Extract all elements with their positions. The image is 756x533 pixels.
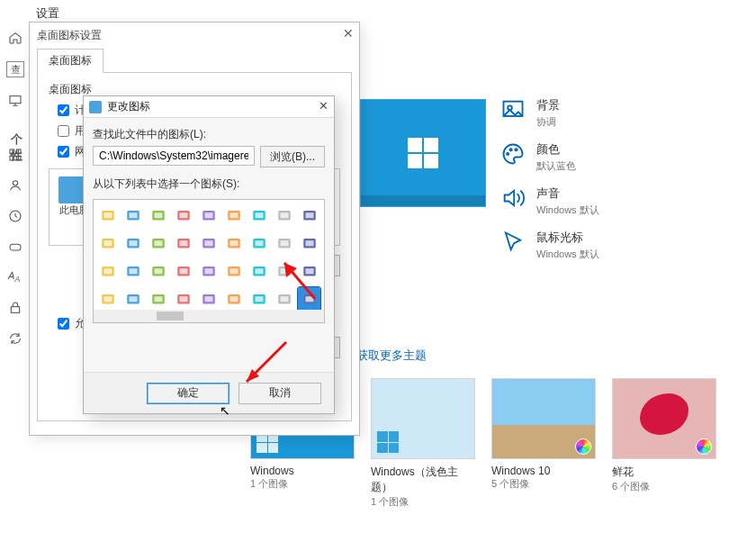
icon-option[interactable]	[248, 259, 270, 285]
svg-rect-49	[305, 240, 313, 246]
icon-option[interactable]	[148, 231, 170, 257]
palette-icon	[500, 141, 526, 167]
svg-point-13	[515, 149, 517, 150]
speaker-icon	[500, 185, 526, 211]
icon-option[interactable]	[198, 287, 220, 312]
quicklink-title: 颜色	[536, 141, 576, 158]
svg-rect-15	[104, 212, 112, 218]
browse-button[interactable]: 浏览(B)...	[260, 146, 325, 167]
cancel-button[interactable]: 取消	[238, 383, 321, 404]
icon-option[interactable]	[273, 203, 295, 229]
search-icon[interactable]: 查	[6, 61, 24, 77]
icon-option[interactable]	[122, 259, 145, 285]
tab-desktop-icons[interactable]: 桌面图标	[37, 49, 104, 73]
svg-rect-19	[155, 212, 163, 218]
svg-point-11	[507, 153, 508, 155]
svg-rect-23	[204, 212, 212, 218]
icon-option[interactable]	[222, 287, 245, 312]
icon-option[interactable]	[222, 203, 245, 229]
svg-rect-63	[255, 268, 263, 274]
icon-option[interactable]	[273, 231, 295, 257]
icon-option[interactable]	[97, 287, 120, 312]
theme-desc: 1 个图像	[250, 477, 355, 491]
image-icon	[500, 97, 526, 122]
sidebar-item-accounts[interactable]	[8, 178, 22, 193]
app-icon	[89, 101, 102, 113]
icon-option[interactable]	[148, 203, 170, 229]
icon-option[interactable]	[298, 287, 320, 312]
svg-rect-35	[130, 240, 138, 246]
quicklink-sub: 默认蓝色	[536, 159, 576, 173]
sidebar-item-ease[interactable]: AA	[8, 270, 22, 285]
close-icon[interactable]: ✕	[319, 99, 328, 113]
quicklink-sounds[interactable]: 声音Windows 默认	[500, 185, 599, 217]
sidebar-item-gaming[interactable]	[8, 239, 22, 254]
icon-option[interactable]	[97, 259, 120, 285]
theme-item[interactable]: 鲜花 6 个图像	[612, 378, 716, 509]
quicklink-cursor[interactable]: 鼠标光标Windows 默认	[500, 230, 599, 261]
icon-option[interactable]	[97, 203, 120, 229]
theme-desc: 6 个图像	[612, 480, 716, 493]
quicklink-title: 背景	[536, 97, 560, 113]
icon-option[interactable]	[148, 259, 170, 285]
icon-path-input[interactable]	[93, 146, 255, 166]
sidebar-item-privacy[interactable]	[8, 301, 22, 315]
theme-name: 鲜花	[612, 465, 716, 480]
theme-item[interactable]: Windows（浅色主题） 1 个图像	[371, 378, 475, 509]
cursor-icon	[500, 230, 526, 255]
icon-option[interactable]	[122, 203, 145, 229]
quicklink-colors[interactable]: 颜色默认蓝色	[500, 141, 599, 173]
icon-option[interactable]	[173, 259, 195, 285]
icon-option[interactable]	[198, 231, 220, 257]
icon-option[interactable]	[198, 203, 220, 229]
svg-rect-45	[255, 240, 263, 246]
close-icon[interactable]: ✕	[343, 26, 354, 41]
quicklink-sub: Windows 默认	[536, 248, 599, 261]
ok-button[interactable]: 确定	[147, 383, 230, 404]
sidebar-item-personalization[interactable]: 个性	[11, 131, 31, 164]
home-icon[interactable]	[8, 31, 22, 45]
icon-option[interactable]	[97, 231, 120, 257]
quicklink-background[interactable]: 背景协调	[500, 97, 599, 129]
scrollbar-horizontal[interactable]	[94, 310, 324, 322]
quicklink-sub: 协调	[536, 115, 560, 129]
icon-option[interactable]	[248, 203, 270, 229]
icon-option[interactable]	[248, 231, 270, 257]
icon-option[interactable]	[198, 259, 220, 285]
icon-option[interactable]	[173, 231, 195, 257]
icon-option[interactable]	[298, 203, 320, 229]
cursor-icon: ↖	[220, 403, 230, 418]
svg-rect-83	[280, 296, 288, 302]
quicklink-title: 声音	[536, 185, 599, 202]
icon-option[interactable]	[248, 287, 270, 312]
icon-option[interactable]	[173, 203, 195, 229]
quicklink-title: 鼠标光标	[536, 230, 599, 246]
svg-rect-37	[155, 240, 163, 246]
svg-rect-59	[204, 268, 212, 274]
svg-rect-29	[280, 212, 288, 218]
sidebar-item-time[interactable]	[8, 209, 22, 223]
icon-option[interactable]	[273, 287, 295, 312]
icon-option[interactable]	[273, 259, 295, 285]
svg-rect-77	[204, 296, 212, 302]
color-dot-icon	[696, 438, 712, 455]
icon-option[interactable]	[222, 259, 245, 285]
svg-rect-61	[230, 268, 238, 274]
svg-rect-73	[155, 296, 163, 302]
sidebar-item-update[interactable]	[8, 331, 22, 346]
sidebar-item-system[interactable]	[8, 94, 22, 108]
svg-rect-81	[255, 296, 263, 302]
icon-option[interactable]	[222, 231, 245, 257]
icon-option[interactable]	[173, 287, 195, 312]
icon-option[interactable]	[122, 231, 145, 257]
dialog-title: 桌面图标设置	[37, 28, 102, 43]
get-more-themes-link[interactable]: 获取更多主题	[356, 348, 427, 364]
theme-item[interactable]: Windows 10 5 个图像	[491, 378, 596, 509]
svg-rect-85	[305, 296, 313, 302]
svg-rect-39	[180, 240, 188, 246]
icon-list[interactable]	[93, 199, 325, 323]
icon-option[interactable]	[148, 287, 170, 312]
icon-option[interactable]	[122, 287, 145, 312]
icon-option[interactable]	[298, 259, 320, 285]
icon-option[interactable]	[298, 231, 320, 257]
